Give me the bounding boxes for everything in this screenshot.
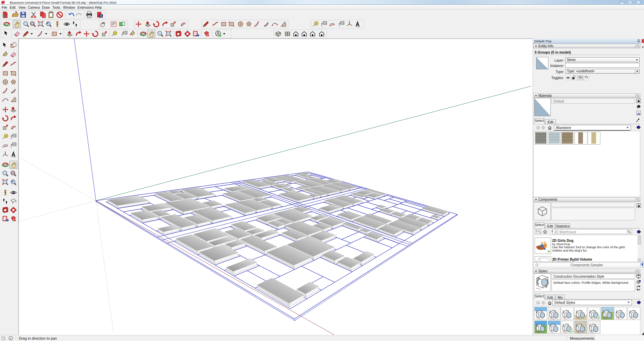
svg-text:i: i	[10, 337, 11, 340]
svg-text:?: ?	[3, 337, 4, 340]
